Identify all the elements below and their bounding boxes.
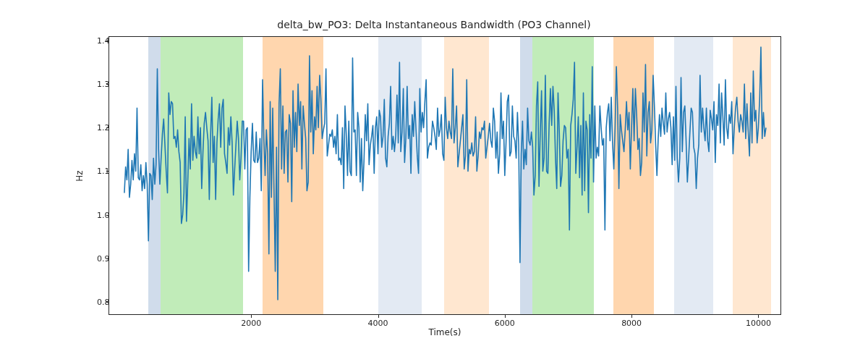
y-tick-label: 1.3 [97,80,107,89]
axes [109,36,781,315]
series-line [124,47,766,300]
y-axis-label: Hz [72,36,87,315]
y-tick-label: 1.4 [97,36,107,46]
y-tick-label: 1.2 [97,123,107,132]
line-series [109,36,781,315]
x-tickmark [505,315,506,318]
y-tick-label: 0.8 [97,297,107,306]
y-tick-label: 1.1 [97,167,107,176]
x-axis-label: Time(s) [109,327,781,337]
x-tickmark [251,315,252,318]
y-tick-label: 0.9 [97,253,107,263]
chart-title: delta_bw_PO3: Delta Instantaneous Bandwi… [0,19,868,30]
y-tick-label: 1.0 [97,210,107,219]
x-tickmark [378,315,379,318]
x-tickmark [631,315,632,318]
x-tickmark [758,315,759,318]
figure: delta_bw_PO3: Delta Instantaneous Bandwi… [0,0,868,362]
